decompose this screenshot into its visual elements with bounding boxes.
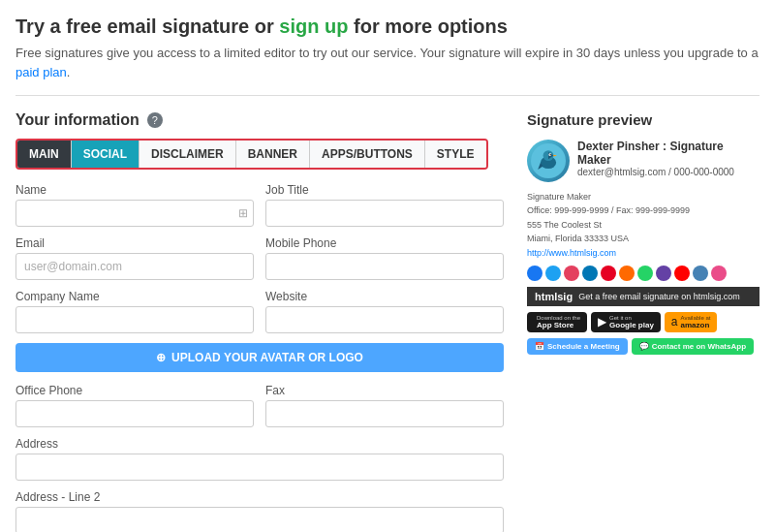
upload-avatar-button[interactable]: ⊕ UPLOAD YOUR AVATAR OR LOGO [16,343,504,372]
google-play-icon: ▶ [598,315,606,329]
office-phone-field-group: Office Phone [16,384,254,427]
google-play-button[interactable]: ▶ Get it on Google play [591,312,661,332]
email-input[interactable] [16,253,254,280]
your-information-header: Your information ? [16,111,504,129]
address-label: Address [16,437,504,451]
app-store-lines: Download on the App Store [537,315,580,329]
signup-link[interactable]: sign up [279,16,348,37]
tab-social[interactable]: SOCIAL [72,141,140,168]
meeting-button[interactable]: 📅 Schedule a Meeting [527,338,628,355]
social-twitter-icon[interactable] [545,266,561,281]
sig-city: Miami, Florida 33333 USA [527,232,760,245]
job-title-input[interactable] [265,200,504,227]
main-title: Try a free email signature or sign up fo… [16,16,760,38]
website-input[interactable] [265,306,504,333]
tabs-container: MAIN SOCIAL DISCLAIMER BANNER APPS/BUTTO… [16,139,488,170]
fax-label: Fax [265,384,504,397]
app-store-line1: Download on the [537,315,580,321]
banner-brand: htmlsig [535,291,573,302]
whatsapp-button[interactable]: 💬 Contact me on WhatsApp [632,338,754,355]
form-row-address2: Address - Line 2 [16,490,504,532]
tab-main[interactable]: MAIN [17,141,72,168]
website-label: Website [265,290,504,303]
company-name-field-group: Company Name [16,290,254,333]
paid-plan-link[interactable]: paid plan [16,65,67,79]
header-section: Try a free email signature or sign up fo… [16,16,760,96]
sig-social-icons [527,266,760,281]
social-pinterest-icon[interactable] [601,266,616,281]
whatsapp-action-icon: 💬 [639,342,649,351]
address-input[interactable] [16,454,504,481]
subtitle-text: Free signatures give you access to a lim… [16,44,760,81]
name-input[interactable] [16,200,254,227]
left-panel: Your information ? MAIN SOCIAL DISCLAIME… [16,111,504,532]
job-title-label: Job Title [265,183,504,197]
app-store-button[interactable]: Download on the App Store [527,312,587,332]
form-row-office-fax: Office Phone Fax [16,384,504,427]
app-store-line2: App Store [537,321,580,329]
social-vimeo-icon[interactable] [693,266,708,281]
tab-style[interactable]: STYLE [425,141,486,168]
sig-app-buttons: Download on the App Store ▶ Get it on Go… [527,312,760,332]
office-phone-input[interactable] [16,400,254,427]
social-whatsapp-icon[interactable] [637,266,653,281]
google-play-line2: Google play [609,321,654,329]
social-linkedin-icon[interactable] [582,266,598,281]
address2-input[interactable] [16,507,504,532]
upload-icon: ⊕ [156,351,166,364]
whatsapp-btn-label: Contact me on WhatsApp [652,342,746,351]
amazon-button[interactable]: a Available at amazon [665,312,718,332]
mobile-phone-label: Mobile Phone [265,236,504,250]
content-area: Your information ? MAIN SOCIAL DISCLAIME… [16,111,760,532]
email-field-group: Email [16,236,254,280]
social-twitch-icon[interactable] [656,266,671,281]
tab-apps[interactable]: APPS/BUTTONS [310,141,425,168]
sig-office: Office: 999-999-9999 / Fax: 999-999-9999 [527,203,760,217]
subtitle-main: Free signatures give you access to a lim… [16,46,759,60]
sig-details: Signature Maker Office: 999-999-9999 / F… [527,190,760,260]
company-name-input[interactable] [16,306,254,333]
form-row-address: Address [16,437,504,481]
sig-person-name: Dexter Pinsher : Signature Maker [577,140,760,167]
fax-field-group: Fax [265,384,504,427]
right-panel: Signature preview [527,111,760,532]
amazon-line1: Available at [681,315,711,321]
address-field-group: Address [16,437,504,481]
google-play-lines: Get it on Google play [609,315,654,329]
social-youtube-icon[interactable] [674,266,690,281]
name-input-icon: ⊞ [238,206,248,220]
title-prefix: Try a free email signature or [16,16,279,37]
fax-input[interactable] [265,400,504,427]
sig-banner: htmlsig Get a free email signature on ht… [527,287,760,306]
svg-point-6 [550,154,551,155]
form-row-email-phone: Email Mobile Phone [16,236,504,280]
mobile-phone-input[interactable] [265,253,504,280]
social-rss-icon[interactable] [619,266,635,281]
sig-company: Signature Maker [527,190,760,203]
form-row-company-website: Company Name Website [16,290,504,333]
sig-website-link[interactable]: http://www.htmlsig.com [527,248,616,258]
email-label: Email [16,236,254,250]
avatar-bird-icon [531,143,566,178]
page-container: Try a free email signature or sign up fo… [16,16,760,532]
tab-banner[interactable]: BANNER [236,141,310,168]
your-information-title: Your information [16,111,140,129]
banner-text: Get a free email signature on htmlsig.co… [578,292,740,301]
social-dribbble-icon[interactable] [711,266,727,281]
sig-address: 555 The Coolest St [527,218,760,232]
social-instagram-icon[interactable] [564,266,579,281]
mobile-phone-field-group: Mobile Phone [265,236,504,280]
address2-field-group: Address - Line 2 [16,490,504,532]
name-field-group: Name ⊞ [16,183,254,227]
amazon-lines: Available at amazon [681,315,711,329]
subtitle-end: . [67,65,71,79]
help-icon[interactable]: ? [147,112,163,128]
amazon-icon: a [671,315,678,329]
sig-contact-line1: dexter@htmlsig.com / 000-000-0000 [577,167,760,177]
meeting-btn-label: Schedule a Meeting [547,342,620,351]
upload-btn-label: UPLOAD YOUR AVATAR OR LOGO [171,351,363,364]
address2-label: Address - Line 2 [16,490,504,504]
tab-disclaimer[interactable]: DISCLAIMER [140,141,236,168]
social-facebook-icon[interactable] [527,266,542,281]
office-phone-label: Office Phone [16,384,254,397]
